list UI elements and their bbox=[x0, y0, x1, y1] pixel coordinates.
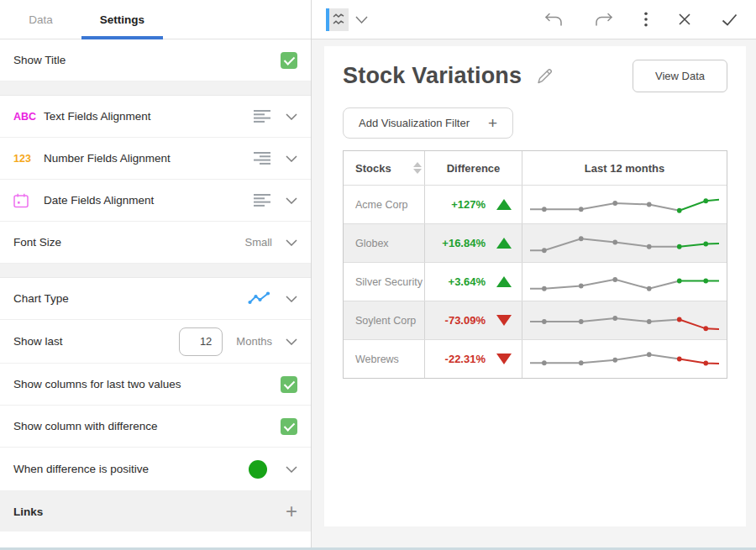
setting-text-alignment[interactable]: ABC Text Fields Alignment bbox=[0, 96, 311, 138]
last-two-values-checkbox[interactable] bbox=[281, 376, 297, 393]
chevron-down-icon[interactable] bbox=[286, 197, 297, 204]
stock-name: Webrews bbox=[344, 340, 425, 378]
confirm-check-icon[interactable] bbox=[722, 13, 738, 26]
difference-value: -22.31% bbox=[445, 353, 486, 365]
difference-value: +3.64% bbox=[449, 275, 486, 288]
panel-tabs: Data Settings bbox=[0, 0, 311, 39]
difference-value: +127% bbox=[451, 198, 486, 211]
section-divider bbox=[0, 81, 311, 96]
add-filter-plus-icon: + bbox=[488, 117, 497, 129]
last-two-values-label: Show columns for last two values bbox=[13, 378, 181, 390]
stock-name: Soylent Corp bbox=[344, 301, 425, 339]
trend-triangle-icon bbox=[496, 276, 512, 287]
positive-color-swatch[interactable] bbox=[249, 460, 267, 479]
font-size-label: Font Size bbox=[13, 236, 61, 249]
setting-show-difference-column: Show column with difference bbox=[0, 406, 311, 448]
links-label: Links bbox=[13, 505, 43, 518]
sparkline-chart bbox=[522, 186, 727, 223]
when-positive-label: When difference is positive bbox=[13, 463, 149, 475]
column-header-stocks: Stocks bbox=[355, 162, 391, 175]
table-row: Soylent Corp -73.09% bbox=[344, 301, 727, 340]
table-row: Webrews -22.31% bbox=[344, 340, 727, 378]
table-row: Acme Corp +127% bbox=[344, 186, 727, 224]
stock-name: Globex bbox=[344, 224, 425, 262]
trend-triangle-icon bbox=[496, 199, 512, 210]
text-alignment-label: Text Fields Alignment bbox=[44, 110, 151, 123]
add-link-icon[interactable]: + bbox=[286, 501, 297, 521]
trend-triangle-icon bbox=[496, 238, 512, 249]
show-last-unit: Months bbox=[236, 335, 272, 348]
123-icon: 123 bbox=[13, 153, 44, 165]
section-divider bbox=[0, 264, 311, 278]
add-filter-label: Add Visualization Filter bbox=[359, 117, 470, 129]
page-title: Stock Variations bbox=[343, 63, 522, 89]
date-alignment-label: Date Fields Alignment bbox=[44, 194, 154, 207]
abc-icon: ABC bbox=[13, 111, 44, 123]
table-row: Globex +16.84% bbox=[344, 224, 727, 263]
tab-data[interactable]: Data bbox=[0, 0, 81, 39]
setting-links: Links + bbox=[0, 491, 311, 532]
column-header-last-12-months: Last 12 months bbox=[522, 151, 727, 185]
visualization-card: Stock Variations View Data Add Visualiza… bbox=[324, 46, 746, 526]
show-last-input[interactable] bbox=[179, 327, 223, 356]
redo-icon[interactable] bbox=[594, 13, 614, 27]
sparkline-chart bbox=[522, 340, 727, 378]
difference-value: -73.09% bbox=[445, 314, 486, 327]
trend-triangle-icon bbox=[496, 315, 512, 326]
sparkline-chart bbox=[522, 263, 727, 301]
chevron-down-icon[interactable] bbox=[286, 239, 297, 246]
widget-type-icon[interactable] bbox=[326, 8, 349, 31]
chart-type-label: Chart Type bbox=[13, 292, 69, 305]
setting-show-last: Show last Months bbox=[0, 320, 311, 364]
calendar-icon bbox=[13, 193, 44, 208]
preview-content: Stock Variations View Data Add Visualiza… bbox=[312, 39, 756, 550]
sort-icon[interactable] bbox=[413, 162, 422, 174]
setting-show-title: Show Title bbox=[0, 39, 311, 81]
align-left-icon bbox=[254, 110, 270, 123]
setting-number-alignment[interactable]: 123 Number Fields Alignment bbox=[0, 138, 311, 180]
chevron-down-icon[interactable] bbox=[286, 155, 297, 162]
more-options-icon[interactable] bbox=[644, 12, 648, 27]
edit-title-icon[interactable] bbox=[535, 66, 554, 86]
show-last-label: Show last bbox=[13, 335, 63, 348]
undo-icon[interactable] bbox=[543, 13, 564, 27]
number-alignment-label: Number Fields Alignment bbox=[44, 152, 171, 165]
setting-font-size[interactable]: Font Size Small bbox=[0, 222, 311, 264]
column-header-difference: Difference bbox=[425, 151, 522, 185]
show-title-label: Show Title bbox=[13, 54, 66, 66]
chevron-down-icon[interactable] bbox=[286, 296, 297, 302]
widget-editor: Data Settings Show Title ABC Text Fields… bbox=[0, 0, 756, 550]
chevron-down-icon[interactable] bbox=[286, 466, 297, 473]
settings-panel: Data Settings Show Title ABC Text Fields… bbox=[0, 0, 312, 550]
difference-column-label: Show column with difference bbox=[13, 420, 158, 432]
add-visualization-filter-button[interactable]: Add Visualization Filter + bbox=[343, 107, 513, 139]
line-chart-icon bbox=[248, 291, 270, 306]
chevron-down-icon[interactable] bbox=[286, 338, 297, 345]
difference-column-checkbox[interactable] bbox=[281, 418, 297, 435]
font-size-value: Small bbox=[244, 236, 272, 249]
stocks-table: Stocks Difference Last 12 months Acme Co… bbox=[343, 150, 727, 379]
align-right-icon bbox=[254, 152, 270, 165]
setting-date-alignment[interactable]: Date Fields Alignment bbox=[0, 180, 311, 222]
table-header-row: Stocks Difference Last 12 months bbox=[344, 151, 727, 186]
close-icon[interactable] bbox=[678, 13, 691, 26]
tab-settings[interactable]: Settings bbox=[81, 0, 163, 39]
trend-triangle-icon bbox=[496, 354, 512, 364]
widget-type-dropdown-icon[interactable] bbox=[355, 16, 368, 24]
difference-value: +16.84% bbox=[442, 237, 486, 249]
chevron-down-icon[interactable] bbox=[286, 113, 297, 120]
sparkline-chart bbox=[522, 224, 727, 262]
view-data-button[interactable]: View Data bbox=[633, 60, 727, 92]
setting-show-last-two-columns: Show columns for last two values bbox=[0, 364, 311, 406]
table-row: Silver Security +3.64% bbox=[344, 263, 727, 301]
top-toolbar bbox=[312, 0, 756, 39]
stock-name: Silver Security bbox=[344, 263, 425, 301]
align-left-icon bbox=[254, 194, 270, 207]
show-title-checkbox[interactable] bbox=[281, 52, 297, 69]
preview-panel: Stock Variations View Data Add Visualiza… bbox=[312, 0, 756, 550]
sparkline-chart bbox=[522, 301, 727, 339]
stock-name: Acme Corp bbox=[344, 186, 425, 223]
setting-chart-type[interactable]: Chart Type bbox=[0, 278, 311, 320]
setting-when-positive[interactable]: When difference is positive bbox=[0, 448, 311, 491]
